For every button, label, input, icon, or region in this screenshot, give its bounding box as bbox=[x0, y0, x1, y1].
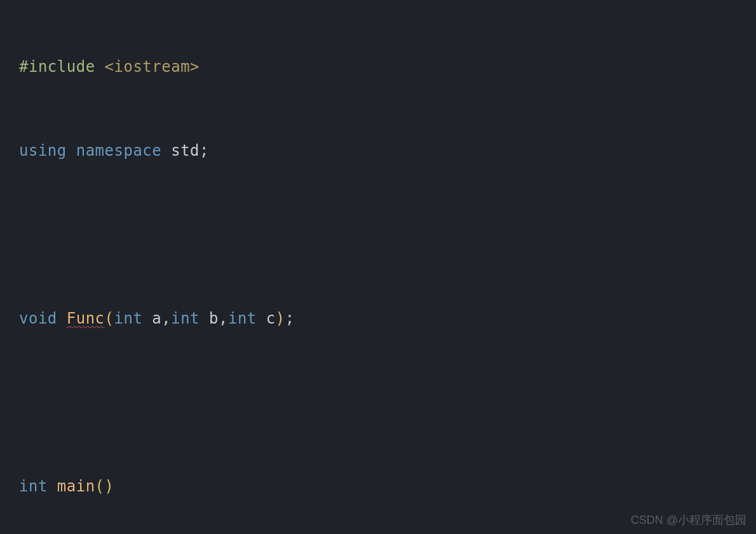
function-main: main bbox=[57, 477, 95, 495]
code-line-4: void Func(int a,int b,int c); bbox=[19, 305, 756, 332]
code-line-2: using namespace std; bbox=[19, 137, 756, 165]
type-void: void bbox=[19, 310, 57, 327]
type-int: int bbox=[19, 477, 48, 495]
code-line-3 bbox=[19, 221, 756, 249]
preproc-directive: #include bbox=[19, 58, 95, 76]
namespace-name: std bbox=[171, 142, 199, 160]
keyword-namespace: namespace bbox=[76, 142, 162, 160]
code-line-5 bbox=[19, 388, 756, 416]
keyword-using: using bbox=[19, 142, 67, 160]
watermark-text: CSDN @小程序面包园 bbox=[631, 512, 746, 528]
code-line-1: #include <iostream> bbox=[19, 53, 756, 81]
code-line-6: int main() bbox=[19, 472, 756, 500]
function-name: Func bbox=[67, 310, 105, 327]
code-editor-content[interactable]: #include <iostream> using namespace std;… bbox=[0, 0, 756, 534]
include-header: <iostream> bbox=[105, 58, 200, 76]
